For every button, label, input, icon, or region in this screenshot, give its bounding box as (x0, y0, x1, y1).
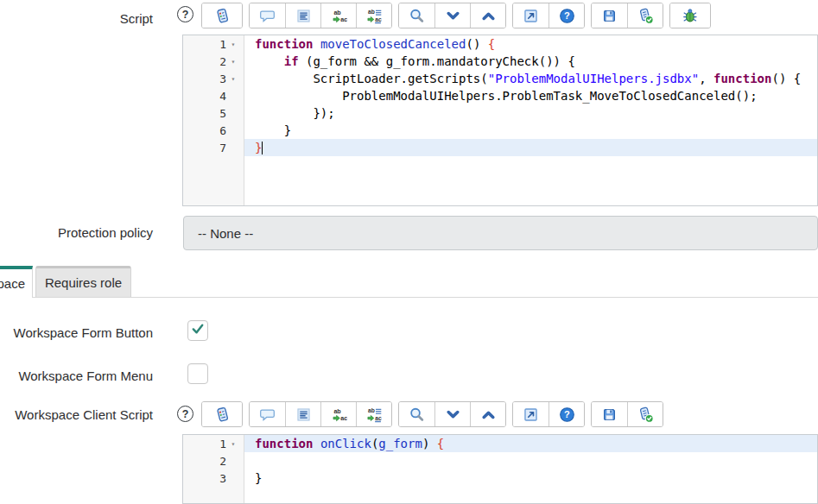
line-number: 4 (183, 90, 226, 103)
code-line[interactable]: } (244, 469, 817, 487)
toggle-comment-button[interactable] (250, 3, 285, 28)
script-help-icon[interactable]: ? (177, 6, 193, 22)
debug-button[interactable] (670, 3, 710, 28)
help-button[interactable]: ? (549, 3, 584, 28)
syntax-check-button[interactable] (627, 3, 663, 28)
svg-text:ab: ab (368, 407, 375, 413)
fold-arrow-icon[interactable]: ▾ (226, 440, 240, 448)
replace-all-button[interactable]: abac (356, 3, 391, 28)
workspace-form-menu-label: Workspace Form Menu (0, 369, 153, 383)
find-previous-icon (480, 406, 497, 423)
code-line[interactable] (244, 452, 817, 469)
ui-action-form: Script ? abacabac? 1▾2▾3▾4567function mo… (0, 0, 818, 504)
workspace-form-button-label: Workspace Form Button (0, 325, 153, 340)
line-number: 6 (183, 124, 226, 137)
find-icon (409, 406, 425, 423)
replace-all-button[interactable]: abac (356, 402, 391, 426)
toggle-comment-button[interactable] (250, 402, 285, 426)
format-code-button[interactable] (285, 3, 320, 28)
checkmark-icon (190, 321, 206, 340)
toolbar-button-group: ? (512, 401, 585, 427)
line-number: 5 (183, 107, 226, 120)
protection-policy-value: -- None -- (198, 226, 253, 241)
open-popup-button[interactable] (513, 3, 549, 28)
fold-arrow-icon[interactable]: ▾ (226, 75, 240, 83)
find-next-button[interactable] (434, 3, 470, 28)
svg-text:ac: ac (340, 16, 347, 23)
find-icon (409, 8, 425, 24)
syntax-check-icon (637, 8, 654, 24)
replace-icon: abac (331, 406, 347, 423)
line-number: 7 (183, 142, 226, 154)
tab-requires-role[interactable]: Requires role (35, 266, 131, 297)
line-number: 3 (183, 72, 226, 85)
svg-text:ac: ac (375, 415, 382, 421)
format-code-icon (295, 8, 312, 24)
open-popup-icon (523, 8, 539, 24)
save-icon (601, 406, 618, 423)
code-line[interactable]: ScriptLoader.getScripts("ProblemModalUIH… (244, 70, 817, 87)
svg-text:ab: ab (333, 407, 341, 414)
tab-requires-role-label: Requires role (45, 275, 122, 290)
svg-text:?: ? (564, 409, 570, 419)
toolbar-button-group (398, 401, 506, 427)
toolbar-button-group: abacabac (249, 401, 392, 427)
replace-all-icon: abac (366, 406, 383, 423)
tab-strip-divider (0, 297, 818, 298)
code-line[interactable]: function moveToClosedCanceled() { (244, 35, 817, 53)
protection-policy-label: Protection policy (0, 225, 153, 240)
toolbar-button-group (201, 3, 243, 28)
code-line[interactable]: }); (244, 104, 817, 122)
protection-policy-select[interactable]: -- None -- (183, 216, 818, 250)
svg-text:ac: ac (375, 16, 382, 22)
save-button[interactable] (592, 402, 627, 426)
workspace-client-script-code-editor[interactable]: 1▾23function onClick(g_form) {} (182, 434, 818, 504)
find-next-button[interactable] (434, 402, 470, 426)
code-area[interactable]: function onClick(g_form) {} (244, 435, 817, 503)
code-line[interactable]: } (244, 122, 817, 139)
code-line[interactable]: ProblemModalUIHelpers.ProblemTask_MoveTo… (244, 87, 817, 104)
syntax-check-icon (637, 406, 654, 423)
workspace-client-script-help-icon[interactable]: ? (177, 406, 193, 422)
open-popup-button[interactable] (513, 402, 549, 426)
toolbar-button-group: ? (512, 3, 585, 28)
line-number: 1 (183, 438, 226, 450)
svg-text:ab: ab (368, 9, 375, 15)
syntax-editor-button[interactable] (202, 3, 242, 28)
code-area[interactable]: function moveToClosedCanceled() { if (g_… (244, 35, 817, 205)
find-previous-button[interactable] (470, 402, 505, 426)
find-button[interactable] (399, 402, 434, 426)
format-code-button[interactable] (285, 402, 320, 426)
svg-text:ab: ab (333, 9, 341, 16)
workspace-client-script-toolbar: abacabac? (201, 401, 663, 427)
fold-arrow-icon[interactable]: ▾ (226, 58, 240, 66)
tab-workspace[interactable]: pace (0, 266, 33, 298)
syntax-editor-icon (214, 8, 231, 24)
code-line[interactable]: function onClick(g_form) { (244, 435, 817, 452)
format-code-icon (295, 406, 312, 423)
replace-button[interactable]: abac (320, 402, 356, 426)
help-icon: ? (559, 406, 575, 423)
find-button[interactable] (399, 3, 434, 28)
toggle-comment-icon (259, 406, 276, 423)
help-icon: ? (559, 8, 575, 24)
line-number: 2 (183, 55, 226, 68)
syntax-editor-button[interactable] (202, 402, 242, 426)
fold-arrow-icon[interactable]: ▾ (226, 41, 240, 48)
replace-button[interactable]: abac (320, 3, 356, 28)
help-button[interactable]: ? (549, 402, 584, 426)
script-code-editor[interactable]: 1▾2▾3▾4567function moveToClosedCanceled(… (182, 35, 818, 206)
syntax-check-button[interactable] (627, 402, 663, 426)
find-previous-button[interactable] (470, 3, 505, 28)
line-number: 3 (183, 472, 226, 485)
code-line[interactable]: if (g_form && g_form.mandatoryCheck()) { (244, 53, 817, 70)
line-number: 2 (183, 455, 226, 468)
workspace-form-menu-checkbox[interactable] (187, 363, 208, 384)
text-cursor (262, 142, 263, 154)
save-button[interactable] (592, 3, 627, 28)
toggle-comment-icon (259, 8, 276, 24)
find-next-icon (445, 8, 461, 24)
toolbar-button-group (591, 401, 663, 427)
code-line[interactable]: } (244, 139, 817, 156)
workspace-form-button-checkbox[interactable] (187, 320, 208, 341)
